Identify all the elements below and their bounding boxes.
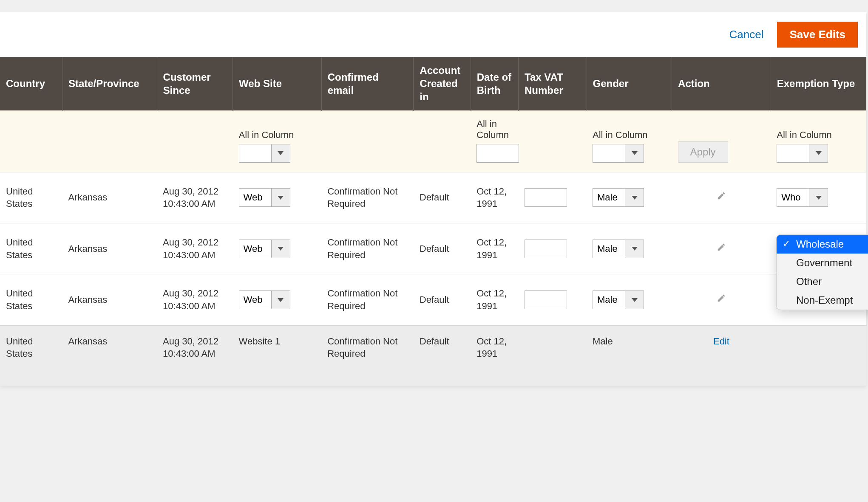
customers-grid: Country State/Province Customer Since We… bbox=[0, 57, 866, 386]
row0-gender-select[interactable] bbox=[593, 188, 644, 207]
cell-exemption bbox=[771, 325, 866, 386]
row2-gender-input[interactable] bbox=[593, 291, 625, 309]
cell-since: Aug 30, 2012 10:43:00 AM bbox=[157, 223, 233, 274]
pencil-icon[interactable] bbox=[717, 243, 726, 252]
cell-gender: Male bbox=[587, 325, 672, 386]
cell-confirmed: Confirmation Not Required bbox=[321, 274, 414, 325]
bulk-label-website: All in Column bbox=[239, 130, 316, 141]
cell-account: Default bbox=[414, 172, 471, 223]
bulk-website-select[interactable] bbox=[239, 144, 290, 163]
chevron-down-icon[interactable] bbox=[809, 189, 828, 206]
col-country[interactable]: Country bbox=[0, 57, 62, 110]
cell-confirmed: Confirmation Not Required bbox=[321, 325, 414, 386]
chevron-down-icon[interactable] bbox=[625, 291, 644, 309]
col-gender[interactable]: Gender bbox=[587, 57, 672, 110]
pencil-icon[interactable] bbox=[717, 293, 726, 303]
cell-account: Default bbox=[414, 223, 471, 274]
col-state[interactable]: State/Province bbox=[62, 57, 157, 110]
bulk-gender-select[interactable] bbox=[593, 144, 644, 163]
bulk-exemption-select[interactable] bbox=[777, 144, 828, 163]
table-row: United StatesArkansasAug 30, 2012 10:43:… bbox=[0, 223, 866, 274]
col-confirmed[interactable]: Confirmed email bbox=[321, 57, 414, 110]
bulk-website-input[interactable] bbox=[239, 144, 271, 162]
cell-country: United States bbox=[0, 223, 62, 274]
table-row: United StatesArkansasAug 30, 2012 10:43:… bbox=[0, 274, 866, 325]
cell-state: Arkansas bbox=[62, 172, 157, 223]
row0-website-select[interactable] bbox=[239, 188, 290, 207]
bulk-edit-row: All in Column All in Column All in Colum… bbox=[0, 110, 866, 172]
bulk-dob-input[interactable] bbox=[477, 144, 519, 163]
header-row: Country State/Province Customer Since We… bbox=[0, 57, 866, 110]
cell-dob: Oct 12, 1991 bbox=[471, 172, 518, 223]
col-dob[interactable]: Date of Birth bbox=[471, 57, 518, 110]
apply-button[interactable]: Apply bbox=[678, 141, 728, 163]
bulk-label-gender: All in Column bbox=[593, 130, 666, 141]
cancel-button[interactable]: Cancel bbox=[728, 25, 766, 44]
cell-tax bbox=[519, 325, 587, 386]
row2-website-select[interactable] bbox=[239, 290, 290, 309]
chevron-down-icon[interactable] bbox=[271, 189, 290, 206]
col-action[interactable]: Action bbox=[672, 57, 771, 110]
row1-gender-select[interactable] bbox=[593, 240, 644, 258]
row1-website-select[interactable] bbox=[239, 240, 290, 258]
dropdown-option[interactable]: Wholesale bbox=[777, 235, 868, 254]
dropdown-option[interactable]: Other bbox=[777, 272, 868, 291]
edit-link[interactable]: Edit bbox=[713, 336, 729, 347]
col-tax[interactable]: Tax VAT Number bbox=[519, 57, 587, 110]
save-edits-button[interactable]: Save Edits bbox=[777, 22, 858, 48]
row1-website-input[interactable] bbox=[239, 240, 271, 258]
cell-tax bbox=[519, 172, 587, 223]
cell-state: Arkansas bbox=[62, 274, 157, 325]
cell-website bbox=[233, 223, 322, 274]
dropdown-option[interactable]: Government bbox=[777, 254, 868, 272]
row1-tax-input[interactable] bbox=[525, 240, 567, 258]
cell-since: Aug 30, 2012 10:43:00 AM bbox=[157, 274, 233, 325]
cell-gender bbox=[587, 223, 672, 274]
cell-gender bbox=[587, 274, 672, 325]
grid-panel: Cancel Save Edits Country State/Province… bbox=[0, 12, 866, 386]
col-exemption[interactable]: Exemption Type bbox=[771, 57, 866, 110]
cell-country: United States bbox=[0, 325, 62, 386]
chevron-down-icon[interactable] bbox=[809, 144, 828, 162]
pencil-icon[interactable] bbox=[717, 191, 726, 200]
cell-since: Aug 30, 2012 10:43:00 AM bbox=[157, 172, 233, 223]
cell-confirmed: Confirmation Not Required bbox=[321, 172, 414, 223]
cell-dob: Oct 12, 1991 bbox=[471, 223, 518, 274]
edit-toolbar: Cancel Save Edits bbox=[0, 12, 866, 57]
bulk-exemption-input[interactable] bbox=[777, 144, 809, 162]
bulk-gender-input[interactable] bbox=[593, 144, 625, 162]
row0-gender-input[interactable] bbox=[593, 189, 625, 206]
row0-exemption-select[interactable] bbox=[777, 188, 828, 207]
cell-website bbox=[233, 274, 322, 325]
chevron-down-icon[interactable] bbox=[271, 144, 290, 162]
cell-action bbox=[672, 274, 771, 325]
chevron-down-icon[interactable] bbox=[271, 240, 290, 258]
cell-country: United States bbox=[0, 274, 62, 325]
row2-gender-select[interactable] bbox=[593, 290, 644, 309]
cell-since: Aug 30, 2012 10:43:00 AM bbox=[157, 325, 233, 386]
cell-action bbox=[672, 223, 771, 274]
chevron-down-icon[interactable] bbox=[271, 291, 290, 309]
row0-website-input[interactable] bbox=[239, 189, 271, 206]
cell-exemption bbox=[771, 172, 866, 223]
cell-account: Default bbox=[414, 274, 471, 325]
row0-exemption-input[interactable] bbox=[777, 189, 809, 206]
cell-gender bbox=[587, 172, 672, 223]
col-website[interactable]: Web Site bbox=[233, 57, 322, 110]
chevron-down-icon[interactable] bbox=[625, 240, 644, 258]
col-account[interactable]: Account Created in bbox=[414, 57, 471, 110]
row2-website-input[interactable] bbox=[239, 291, 271, 309]
chevron-down-icon[interactable] bbox=[625, 189, 644, 206]
bulk-label-dob: All in Column bbox=[477, 118, 512, 141]
cell-action bbox=[672, 172, 771, 223]
row1-gender-input[interactable] bbox=[593, 240, 625, 258]
cell-state: Arkansas bbox=[62, 325, 157, 386]
cell-tax bbox=[519, 223, 587, 274]
chevron-down-icon[interactable] bbox=[625, 144, 644, 162]
exemption-dropdown-menu[interactable]: WholesaleGovernmentOtherNon-Exempt bbox=[776, 234, 868, 310]
row2-tax-input[interactable] bbox=[525, 290, 567, 309]
col-since[interactable]: Customer Since bbox=[157, 57, 233, 110]
row0-tax-input[interactable] bbox=[525, 188, 567, 207]
dropdown-option[interactable]: Non-Exempt bbox=[777, 291, 868, 310]
cell-state: Arkansas bbox=[62, 223, 157, 274]
